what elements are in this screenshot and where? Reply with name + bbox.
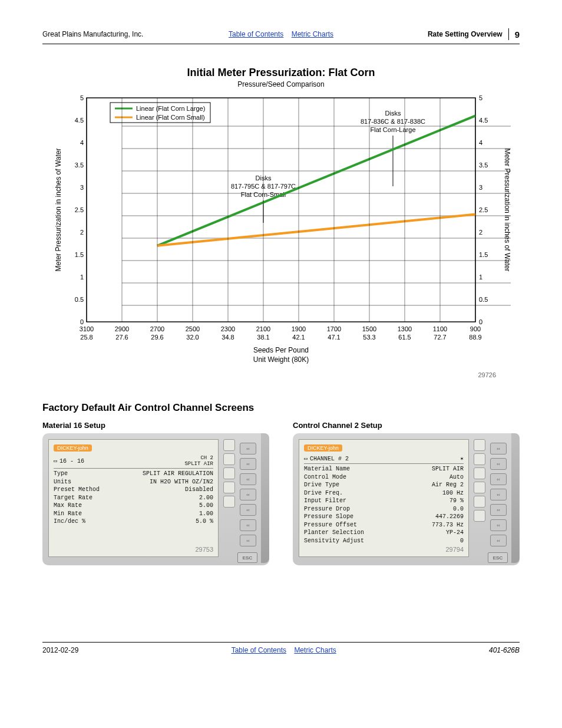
annot-large-l1: 817-836C & 817-838C <box>361 118 425 125</box>
left-panel-title: Material 16 Setup <box>42 421 269 430</box>
svg-text:1100: 1100 <box>433 325 447 332</box>
svg-text:2300: 2300 <box>221 325 235 332</box>
device-button[interactable]: ‹‹ <box>240 458 256 470</box>
screen-row: Drive TypeAir Reg 2 <box>304 481 464 489</box>
xlabel-weight: Unit Weight (80K) <box>253 355 309 364</box>
page-footer: 2012-02-29 Table of Contents Metric Char… <box>42 642 520 654</box>
svg-text:3.5: 3.5 <box>479 162 488 169</box>
svg-text:2100: 2100 <box>256 325 270 332</box>
device-button[interactable]: ‹‹ <box>240 535 256 546</box>
side-icon[interactable] <box>223 439 235 451</box>
brand-badge: DICKEY-john <box>304 444 342 452</box>
esc-button[interactable]: ESC <box>237 552 257 563</box>
device-button[interactable]: ‹‹ <box>240 519 256 531</box>
svg-text:5: 5 <box>80 94 84 101</box>
link-metric-charts[interactable]: Metric Charts <box>292 30 333 38</box>
screen-row: Drive Freq.100 Hz <box>304 489 464 498</box>
screen-row: Min Rate1.00 <box>54 510 213 518</box>
device-button[interactable]: ‹‹ <box>490 473 507 485</box>
gear-icon: ✶ <box>460 455 464 462</box>
svg-text:2.5: 2.5 <box>479 206 488 213</box>
side-icon[interactable] <box>474 453 485 465</box>
device-right: DICKEY-john ▭ CHANNEL # 2 ✶ Material Nam… <box>293 433 520 565</box>
footer-link-toc[interactable]: Table of Contents <box>232 646 286 654</box>
footer-link-metric[interactable]: Metric Charts <box>294 646 336 654</box>
svg-text:72.7: 72.7 <box>434 334 446 341</box>
page-number: 9 <box>515 29 520 39</box>
side-icon[interactable] <box>223 453 235 465</box>
screen-right-id: 29794 <box>445 546 464 553</box>
side-icon[interactable] <box>474 482 485 493</box>
svg-text:32.0: 32.0 <box>186 334 199 341</box>
button-column-right: ‹‹ ‹‹ ‹‹ ‹‹ ‹‹ ‹‹ ‹‹ <box>490 439 507 557</box>
svg-text:2700: 2700 <box>150 325 164 332</box>
screen-row: Target Rate2.00 <box>54 494 213 502</box>
screen-row: Pressure Drop0.0 <box>304 505 464 513</box>
header-rule <box>42 44 520 44</box>
legend-large: Linear (Flat Corn Large) <box>136 105 205 112</box>
svg-text:1: 1 <box>80 274 84 281</box>
device-button[interactable]: ‹‹ <box>240 443 256 454</box>
device-button[interactable]: ‹‹ <box>490 443 507 454</box>
svg-text:61.5: 61.5 <box>398 334 411 341</box>
svg-text:42.1: 42.1 <box>292 334 305 341</box>
svg-text:34.8: 34.8 <box>222 334 234 341</box>
side-icon[interactable] <box>223 482 235 493</box>
svg-text:1: 1 <box>479 274 482 281</box>
side-icon[interactable] <box>474 496 485 508</box>
screen-row: Input Filter79 % <box>304 497 464 505</box>
side-icon[interactable] <box>474 467 485 479</box>
svg-text:38.1: 38.1 <box>257 334 269 341</box>
side-icon[interactable] <box>223 467 235 479</box>
footer-doc-id: 401-626B <box>489 646 520 654</box>
legend-small: Linear (Flat Corn Small) <box>136 114 205 121</box>
side-icon[interactable] <box>223 496 235 508</box>
device-button[interactable]: ‹‹ <box>490 458 507 470</box>
svg-text:0.5: 0.5 <box>479 296 488 303</box>
section-name: Rate Setting Overview <box>428 30 503 38</box>
brand-badge: DICKEY-john <box>54 444 92 452</box>
screen-left: DICKEY-john ▭ 16 - 16 CH 2 SPLIT AIR Typ… <box>48 439 219 557</box>
screen-row: Material NameSPLIT AIR <box>304 465 464 473</box>
svg-text:47.1: 47.1 <box>328 334 340 341</box>
screen-row: Pressure Slope447.2269 <box>304 513 464 521</box>
svg-text:2900: 2900 <box>115 325 129 332</box>
screen-left-id: 29753 <box>195 546 213 553</box>
screen-row: UnitsIN H2O WITH OZ/IN2 <box>54 478 213 486</box>
ylabel-left: Meter Pressurization in inches of Water <box>54 149 62 272</box>
device-button[interactable]: ‹‹ <box>240 504 256 516</box>
side-icon[interactable] <box>474 439 485 451</box>
device-button[interactable]: ‹‹ <box>490 489 507 500</box>
link-toc[interactable]: Table of Contents <box>229 30 283 38</box>
section-heading: Factory Default Air Control Channel Scre… <box>42 402 520 414</box>
device-button[interactable]: ‹‹ <box>240 489 256 500</box>
figure-id: 29726 <box>42 371 496 378</box>
xlabel-seeds: Seeds Per Pound <box>253 346 309 354</box>
screen-right: DICKEY-john ▭ CHANNEL # 2 ✶ Material Nam… <box>299 439 469 557</box>
svg-text:0.5: 0.5 <box>75 296 84 303</box>
svg-text:4: 4 <box>479 139 482 146</box>
esc-button[interactable]: ESC <box>488 552 508 563</box>
screen-header-left: CHANNEL # 2 <box>310 456 458 462</box>
svg-text:1900: 1900 <box>292 325 306 332</box>
svg-text:25.8: 25.8 <box>80 334 92 341</box>
svg-text:1700: 1700 <box>327 325 341 332</box>
chart-subtitle: Pressure/Seed Comparison <box>42 80 520 88</box>
screen-row: Control ModeAuto <box>304 473 464 482</box>
svg-text:4: 4 <box>80 139 84 146</box>
svg-text:4.5: 4.5 <box>75 117 84 124</box>
svg-text:0: 0 <box>80 318 84 325</box>
side-icon[interactable] <box>474 510 485 522</box>
device-button[interactable]: ‹‹ <box>490 504 507 516</box>
footer-date: 2012-02-29 <box>42 646 78 654</box>
screen-row: Sensitvity Adjust0 <box>304 537 464 545</box>
svg-text:2: 2 <box>479 229 482 236</box>
svg-text:4.5: 4.5 <box>479 117 488 124</box>
device-button[interactable]: ‹‹ <box>240 473 256 485</box>
svg-rect-0 <box>87 98 475 322</box>
svg-text:1300: 1300 <box>398 325 412 332</box>
device-button[interactable]: ‹‹ <box>490 519 507 531</box>
annot-large-l2: Flat Corn-Large <box>370 126 415 133</box>
screen-header-left: 16 - 16 <box>59 458 182 465</box>
device-button[interactable]: ‹‹ <box>490 535 507 546</box>
